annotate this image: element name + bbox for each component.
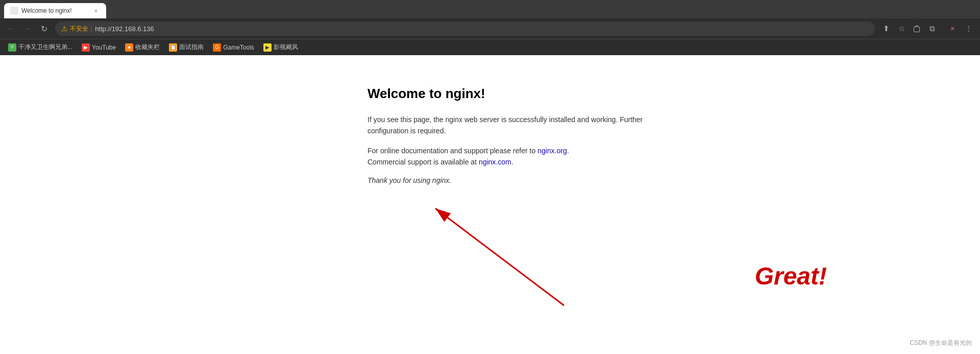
tab-close-button[interactable]: ×	[92, 7, 100, 15]
warning-icon: ⚠	[61, 25, 68, 33]
active-tab[interactable]: Welcome to nginx! ×	[4, 3, 106, 18]
nginx-content-area: Welcome to nginx! If you see this page, …	[337, 86, 643, 184]
tab-favicon	[10, 7, 18, 15]
navigation-bar: ← → ↻ ⚠ 不安全 | http://192.168.6.136 ⬆ ☆ ⧉…	[0, 18, 980, 39]
page-title: Welcome to nginx!	[368, 86, 643, 102]
resize-button[interactable]: ⧉	[925, 21, 939, 36]
nginx-paragraph-3: Thank you for using nginx.	[368, 176, 643, 184]
para2-text-end: .	[511, 158, 513, 166]
tab-title: Welcome to nginx!	[21, 7, 89, 14]
bookmark-label-1: 干净又卫生啊兄弟...	[18, 43, 72, 52]
bookmark-item-1[interactable]: 干 干净又卫生啊兄弟...	[4, 41, 77, 53]
para2-text-before: For online documentation and support ple…	[368, 147, 537, 155]
window-close-button[interactable]: ×	[945, 21, 960, 36]
menu-button[interactable]: ⋮	[962, 21, 976, 36]
nginx-com-link[interactable]: nginx.com	[479, 158, 511, 166]
nginx-paragraph-2: For online documentation and support ple…	[368, 145, 643, 168]
bookmarks-bar: 干 干净又卫生啊兄弟... ▶ YouTube ★ 收藏夹栏 📋 面试指南 G …	[0, 39, 980, 55]
extensions-button[interactable]	[910, 21, 924, 36]
browser-chrome: Welcome to nginx! × ← → ↻ ⚠ 不安全 | http:/…	[0, 0, 980, 55]
security-warning-text: 不安全	[70, 25, 88, 33]
nginx-paragraph-1: If you see this page, the nginx web serv…	[368, 114, 643, 137]
bookmark-item-4[interactable]: 📋 面试指南	[165, 41, 208, 53]
bookmark-favicon-youtube: ▶	[82, 43, 90, 52]
bookmark-favicon-5: G	[213, 43, 221, 52]
bookmark-label-3: 收藏夹栏	[135, 43, 160, 52]
bookmark-favicon-1: 干	[8, 43, 16, 52]
bookmark-item-3[interactable]: ★ 收藏夹栏	[121, 41, 164, 53]
nginx-org-link[interactable]: nginx.org	[537, 147, 567, 155]
forward-button[interactable]: →	[20, 21, 35, 36]
bookmark-favicon-6: ▶	[263, 43, 272, 52]
red-arrow-line	[435, 208, 564, 305]
address-bar[interactable]: ⚠ 不安全 | http://192.168.6.136	[55, 21, 875, 36]
svg-rect-0	[10, 7, 18, 15]
back-button[interactable]: ←	[4, 21, 18, 36]
bookmark-item-youtube[interactable]: ▶ YouTube	[78, 42, 120, 53]
bookmark-label-youtube: YouTube	[92, 44, 116, 51]
bookmark-button[interactable]: ☆	[894, 21, 909, 36]
great-annotation-text: Great!	[755, 262, 827, 290]
bookmark-label-6: 影视飓风	[274, 43, 298, 52]
reload-button[interactable]: ↻	[37, 21, 51, 36]
separator: |	[90, 25, 92, 32]
bookmark-label-5: GameTools	[223, 44, 254, 51]
watermark-text: CSDN @生命是有光的	[910, 339, 972, 347]
tab-bar: Welcome to nginx! ×	[0, 0, 980, 18]
bookmark-item-6[interactable]: ▶ 影视飓风	[259, 41, 302, 53]
url-text: http://192.168.6.136	[95, 25, 869, 33]
bookmark-item-5[interactable]: G GameTools	[209, 42, 258, 53]
bookmark-favicon-3: ★	[125, 43, 133, 52]
bookmark-label-4: 面试指南	[179, 43, 204, 52]
security-warning: ⚠ 不安全 |	[61, 25, 92, 33]
share-button[interactable]: ⬆	[879, 21, 893, 36]
nav-actions: ⬆ ☆ ⧉	[879, 21, 939, 36]
page-content: Welcome to nginx! If you see this page, …	[0, 55, 980, 351]
bookmark-favicon-4: 📋	[169, 43, 177, 52]
window-controls: × ⋮	[945, 21, 976, 36]
